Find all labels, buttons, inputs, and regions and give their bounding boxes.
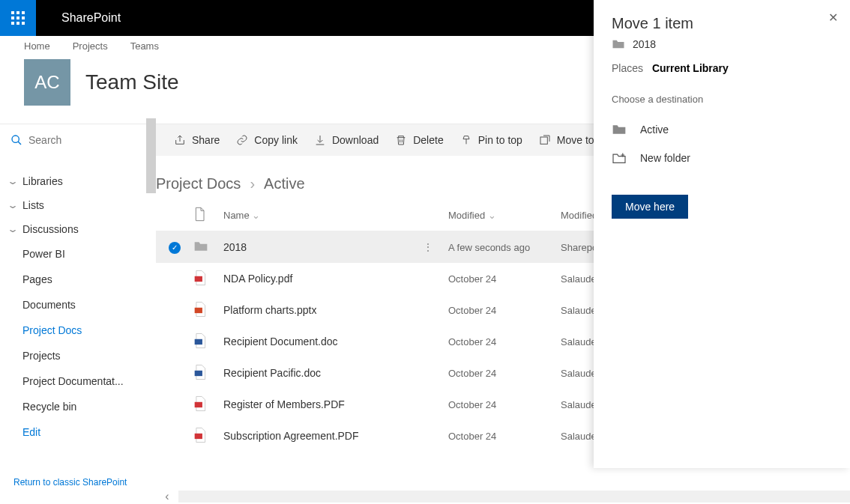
destination-active[interactable]: Active	[612, 115, 832, 144]
nav-group-discussions[interactable]: ⌄Discussions	[0, 217, 156, 241]
moveto-icon	[539, 134, 551, 146]
checkmark-icon: ✓	[169, 242, 181, 254]
nav-item-projectdocumentation[interactable]: Project Documentat...	[0, 368, 156, 394]
col-modified[interactable]: Modified ⌄	[448, 210, 561, 221]
globalnav-link[interactable]: Projects	[73, 40, 108, 52]
close-button[interactable]: ✕	[828, 10, 838, 25]
file-name: 2018	[223, 241, 247, 253]
chevron-down-icon: ⌄	[488, 210, 496, 221]
share-icon	[174, 134, 186, 146]
file-name: Platform charts.pptx	[223, 304, 317, 316]
link-icon	[236, 134, 248, 146]
nav-item-projects[interactable]: Projects	[0, 343, 156, 368]
chevron-down-icon: ⌄	[7, 224, 19, 234]
left-column: ⌄Libraries ⌄Lists ⌄Discussions Power BI …	[0, 124, 156, 503]
cmd-copylink[interactable]: Copy link	[236, 134, 298, 146]
cmd-pintotop[interactable]: Pin to top	[460, 134, 522, 146]
close-icon: ✕	[828, 11, 838, 24]
panel-target: 2018	[612, 38, 832, 50]
scroll-left-button[interactable]: ‹	[156, 490, 178, 503]
site-title: Team Site	[85, 70, 179, 94]
waffle-icon	[11, 11, 25, 25]
site-logo[interactable]: AC	[24, 59, 70, 106]
nav-item-pages[interactable]: Pages	[0, 267, 156, 292]
search-input[interactable]	[28, 134, 133, 146]
chevron-down-icon: ⌄	[252, 210, 260, 221]
cmd-share[interactable]: Share	[174, 134, 220, 146]
modified-date: October 24	[448, 336, 561, 347]
nav-item-projectdocs[interactable]: Project Docs	[0, 318, 156, 343]
brand-label: SharePoint	[61, 11, 121, 25]
chevron-down-icon: ⌄	[7, 200, 19, 210]
scroll-track[interactable]	[178, 491, 850, 503]
panel-breadcrumb: Places Current Library	[612, 62, 832, 74]
folder-icon	[612, 39, 625, 49]
svg-rect-10	[195, 433, 202, 438]
file-type-icon	[193, 270, 223, 288]
modified-date: October 24	[448, 273, 561, 285]
search-box[interactable]	[0, 124, 156, 156]
svg-line-3	[18, 142, 21, 145]
crumb-root[interactable]: Project Docs	[156, 175, 241, 192]
horizontal-scrollbar: ‹	[156, 490, 850, 503]
more-actions-button[interactable]: ⋮	[423, 241, 433, 253]
svg-rect-4	[540, 137, 547, 144]
file-type-icon	[193, 395, 223, 414]
chevron-right-icon: ›	[250, 175, 255, 192]
nav-item-documents[interactable]: Documents	[0, 292, 156, 318]
search-icon	[10, 134, 22, 146]
svg-rect-8	[195, 370, 202, 375]
side-navigation: ⌄Libraries ⌄Lists ⌄Discussions Power BI …	[0, 156, 156, 445]
nav-group-lists[interactable]: ⌄Lists	[0, 193, 156, 217]
nav-edit-link[interactable]: Edit	[0, 419, 156, 445]
svg-rect-5	[195, 276, 202, 281]
file-type-icon	[193, 301, 223, 320]
new-folder-icon	[612, 152, 627, 164]
modified-date: October 24	[448, 399, 561, 410]
file-type-icon	[193, 364, 223, 383]
file-name: Register of Members.PDF	[223, 398, 345, 410]
nav-item-recyclebin[interactable]: Recycle bin	[0, 394, 156, 419]
app-launcher[interactable]	[0, 0, 36, 36]
modified-date: October 24	[448, 368, 561, 379]
nav-item-powerbi[interactable]: Power BI	[0, 241, 156, 267]
modified-date: October 24	[448, 431, 561, 442]
chevron-down-icon: ⌄	[7, 176, 19, 186]
move-panel: ✕ Move 1 item 2018 Places Current Librar…	[594, 0, 850, 468]
svg-point-2	[12, 136, 19, 142]
file-icon	[193, 207, 205, 222]
panel-title: Move 1 item	[612, 15, 832, 32]
file-name: Subscription Agreement.PDF	[223, 430, 359, 442]
file-name: NDA Policy.pdf	[223, 273, 292, 285]
cmd-moveto[interactable]: Move to	[539, 134, 594, 146]
globalnav-link[interactable]: Teams	[130, 40, 159, 52]
modified-date: A few seconds ago	[448, 242, 561, 253]
places-link[interactable]: Places	[612, 62, 643, 74]
return-classic-link[interactable]: Return to classic SharePoint	[13, 477, 127, 488]
cmd-delete[interactable]: Delete	[395, 134, 443, 146]
file-name: Recipient Document.doc	[223, 336, 338, 347]
nav-group-libraries[interactable]: ⌄Libraries	[0, 169, 156, 193]
svg-rect-7	[195, 338, 202, 344]
col-name[interactable]: Name ⌄	[223, 210, 448, 221]
left-scrollbar-thumb[interactable]	[146, 118, 156, 193]
download-icon	[314, 134, 326, 146]
globalnav-link[interactable]: Home	[24, 40, 50, 52]
trash-icon	[395, 134, 407, 146]
move-here-button[interactable]: Move here	[612, 195, 688, 219]
pin-icon	[460, 134, 472, 146]
svg-rect-9	[195, 401, 202, 407]
choose-destination-label: Choose a destination	[612, 94, 832, 105]
current-library-label: Current Library	[652, 62, 729, 74]
svg-rect-6	[195, 307, 202, 312]
folder-icon	[612, 124, 627, 136]
destination-newfolder[interactable]: New folder	[612, 144, 832, 172]
file-type-icon	[193, 240, 223, 255]
cmd-download[interactable]: Download	[314, 134, 379, 146]
crumb-current: Active	[264, 175, 304, 192]
file-type-icon	[193, 333, 223, 351]
file-type-icon	[193, 427, 223, 446]
file-name: Recipient Pacific.doc	[223, 367, 321, 379]
modified-date: October 24	[448, 305, 561, 316]
